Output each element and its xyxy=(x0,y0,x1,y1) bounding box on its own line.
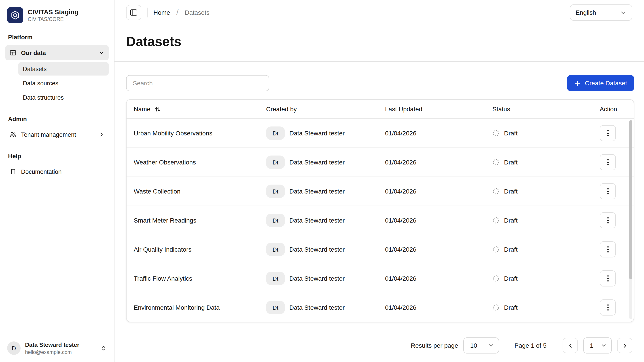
sidebar-item-our-data[interactable]: Our data xyxy=(5,45,109,60)
row-actions-menu-button[interactable] xyxy=(600,183,616,199)
row-actions-menu-button[interactable] xyxy=(600,212,616,228)
created-by-cell: Dt Data Steward tester xyxy=(259,214,378,227)
brand-text: CIVITAS Staging CIVITAS/CORE xyxy=(28,8,78,22)
last-updated-value: 01/04/2026 xyxy=(385,246,416,253)
table-row: Weather Observations Dt Data Steward tes… xyxy=(126,148,634,177)
row-actions-menu-button[interactable] xyxy=(600,241,616,257)
column-header-label: Name xyxy=(134,105,150,113)
page-status: Page 1 of 5 xyxy=(514,342,546,349)
breadcrumb-home[interactable]: Home xyxy=(154,9,170,16)
last-updated-cell: 01/04/2026 xyxy=(378,304,485,311)
previous-page-button[interactable] xyxy=(562,338,578,353)
row-actions-menu-button[interactable] xyxy=(600,154,616,170)
topbar: Home / Datasets English xyxy=(114,0,644,25)
dataset-name-cell: Air Quality Indicators xyxy=(126,246,259,253)
last-updated-cell: 01/04/2026 xyxy=(378,246,485,253)
created-by-cell: Dt Data Steward tester xyxy=(259,185,378,198)
created-by-cell: Dt Data Steward tester xyxy=(259,126,378,140)
user-email: hello@example.com xyxy=(25,350,80,355)
sidebar-item-data-structures[interactable]: Data structures xyxy=(18,91,109,104)
next-page-button[interactable] xyxy=(617,338,632,353)
status-cell: Draft xyxy=(485,217,592,224)
book-icon xyxy=(10,168,16,175)
creator-name: Data Steward tester xyxy=(289,246,344,253)
action-cell xyxy=(592,241,634,257)
section-label-help: Help xyxy=(8,153,106,160)
section-label-admin: Admin xyxy=(8,116,106,122)
created-by-cell: Dt Data Steward tester xyxy=(259,156,378,169)
creator-avatar: Dt xyxy=(266,272,285,285)
last-updated-value: 01/04/2026 xyxy=(385,304,416,311)
dataset-name: Environmental Monitoring Data xyxy=(134,304,220,311)
row-actions-menu-button[interactable] xyxy=(600,300,616,316)
status-cell: Draft xyxy=(485,275,592,282)
creator-avatar: Dt xyxy=(266,214,285,227)
sidebar-item-documentation[interactable]: Documentation xyxy=(5,164,109,179)
creator-avatar: Dt xyxy=(266,301,285,314)
column-header-name[interactable]: Name xyxy=(126,105,259,113)
dataset-name: Waste Collection xyxy=(134,188,180,195)
draft-status-icon xyxy=(492,159,500,166)
status-badge: Draft xyxy=(504,188,518,195)
draft-status-icon xyxy=(492,188,500,195)
draft-status-icon xyxy=(492,130,500,137)
page-number-select[interactable]: 1 xyxy=(583,338,612,354)
brand-title: CIVITAS Staging xyxy=(28,8,78,16)
dataset-name-cell: Smart Meter Readings xyxy=(126,217,259,224)
last-updated-value: 01/04/2026 xyxy=(385,130,416,137)
last-updated-value: 01/04/2026 xyxy=(385,159,416,166)
last-updated-cell: 01/04/2026 xyxy=(378,159,485,166)
status-cell: Draft xyxy=(485,130,592,137)
table-body: Urban Mobility Observations Dt Data Stew… xyxy=(126,119,634,322)
creator-name: Data Steward tester xyxy=(289,188,344,195)
table-row: Smart Meter Readings Dt Data Steward tes… xyxy=(126,206,634,235)
status-cell: Draft xyxy=(485,188,592,195)
chevron-down-icon xyxy=(488,342,494,349)
last-updated-cell: 01/04/2026 xyxy=(378,217,485,224)
creator-name: Data Steward tester xyxy=(289,130,344,137)
row-actions-menu-button[interactable] xyxy=(600,270,616,287)
status-badge: Draft xyxy=(504,275,518,282)
sidebar: CIVITAS Staging CIVITAS/CORE Platform Ou… xyxy=(0,0,114,362)
sidebar-item-datasets[interactable]: Datasets xyxy=(18,62,109,75)
created-by-cell: Dt Data Steward tester xyxy=(259,243,378,256)
section-label-platform: Platform xyxy=(8,34,106,41)
user-name: Data Steward tester xyxy=(25,342,80,348)
creator-avatar: Dt xyxy=(266,156,285,169)
last-updated-value: 01/04/2026 xyxy=(385,275,416,282)
last-updated-cell: 01/04/2026 xyxy=(378,130,485,137)
create-dataset-button[interactable]: Create Dataset xyxy=(567,75,634,91)
status-badge: Draft xyxy=(504,217,518,224)
status-badge: Draft xyxy=(504,246,518,253)
dataset-name-cell: Waste Collection xyxy=(126,188,259,195)
brand: CIVITAS Staging CIVITAS/CORE xyxy=(5,6,109,23)
user-info: Data Steward tester hello@example.com xyxy=(25,342,80,355)
sidebar-item-data-sources[interactable]: Data sources xyxy=(18,76,109,90)
last-updated-value: 01/04/2026 xyxy=(385,217,416,224)
created-by-cell: Dt Data Steward tester xyxy=(259,272,378,285)
table-scrollbar-thumb[interactable] xyxy=(629,120,632,279)
table-header-row: Name Created by Last Updated Status Acti… xyxy=(126,100,634,119)
table-row: Air Quality Indicators Dt Data Steward t… xyxy=(126,235,634,264)
row-actions-menu-button[interactable] xyxy=(600,125,616,141)
per-page-value: 10 xyxy=(470,342,477,349)
user-menu[interactable]: D Data Steward tester hello@example.com xyxy=(5,339,109,356)
results-per-page-select[interactable]: 10 xyxy=(464,338,499,354)
action-cell xyxy=(592,125,634,141)
search-input[interactable] xyxy=(126,75,269,91)
dataset-name: Smart Meter Readings xyxy=(134,217,196,224)
column-header-last-updated: Last Updated xyxy=(378,105,485,113)
results-per-page-label: Results per page xyxy=(411,342,458,349)
users-icon xyxy=(10,131,16,138)
creator-name: Data Steward tester xyxy=(289,275,344,282)
last-updated-cell: 01/04/2026 xyxy=(378,188,485,195)
sidebar-toggle-button[interactable] xyxy=(126,5,141,20)
language-select[interactable]: English xyxy=(570,4,632,20)
user-avatar: D xyxy=(7,342,20,355)
creator-avatar: Dt xyxy=(266,185,285,198)
sidebar-item-label: Documentation xyxy=(21,168,62,175)
toolbar: Create Dataset xyxy=(126,75,634,91)
sidebar-item-tenant-management[interactable]: Tenant management xyxy=(5,127,109,142)
created-by-cell: Dt Data Steward tester xyxy=(259,301,378,314)
dataset-name: Air Quality Indicators xyxy=(134,246,192,253)
